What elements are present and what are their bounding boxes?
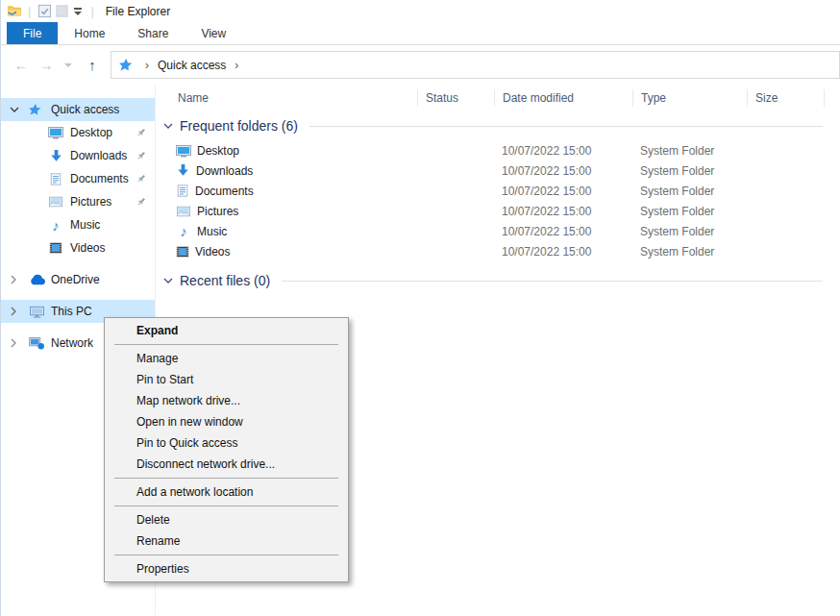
chevron-right-icon[interactable] xyxy=(10,275,22,284)
menu-item-pin-to-start[interactable]: Pin to Start xyxy=(105,369,348,390)
menu-item-delete[interactable]: Delete xyxy=(105,509,348,530)
menu-separator xyxy=(114,554,338,555)
window-title: File Explorer xyxy=(106,5,170,18)
column-header-status[interactable]: Status xyxy=(417,89,494,107)
sidebar-item-music[interactable]: ♪ Music xyxy=(1,213,155,236)
file-row-music[interactable]: ♪ Music 10/07/2022 15:00 System Folder xyxy=(156,221,840,241)
customize-quick-access-toolbar-icon[interactable] xyxy=(70,8,86,15)
address-box[interactable]: › Quick access › xyxy=(111,51,840,79)
menu-item-add-a-network-location[interactable]: Add a network location xyxy=(105,481,348,503)
sidebar-item-label: Quick access xyxy=(51,103,119,116)
sidebar-item-label: Videos xyxy=(70,241,105,255)
group-header-recent-files[interactable]: Recent files (0) xyxy=(156,270,840,291)
group-label: Recent files (0) xyxy=(180,273,270,288)
file-type: System Folder xyxy=(632,164,747,178)
quick-access-star-icon xyxy=(118,58,136,72)
file-type: System Folder xyxy=(632,225,747,238)
pin-icon xyxy=(136,196,147,210)
file-name: Documents xyxy=(195,185,254,198)
tab-view[interactable]: View xyxy=(185,22,242,44)
this-pc-context-menu: Expand Manage Pin to Start Map network d… xyxy=(104,317,349,582)
tab-home[interactable]: Home xyxy=(58,22,121,44)
music-icon: ♪ xyxy=(46,218,65,233)
videos-icon xyxy=(46,241,65,255)
menu-item-properties[interactable]: Properties xyxy=(105,558,348,579)
quick-access-star-icon xyxy=(27,103,46,116)
frequent-folders-list: Desktop 10/07/2022 15:00 System Folder D… xyxy=(156,140,840,261)
sidebar-item-pictures[interactable]: Pictures xyxy=(1,190,155,213)
file-date-modified: 10/07/2022 15:00 xyxy=(494,245,632,259)
menu-item-disconnect-network-drive[interactable]: Disconnect network drive... xyxy=(105,454,348,475)
menu-item-map-network-drive[interactable]: Map network drive... xyxy=(105,390,348,411)
column-header-name[interactable]: Name xyxy=(156,89,417,107)
sidebar-item-label: Downloads xyxy=(70,149,127,162)
menu-item-rename[interactable]: Rename xyxy=(105,530,348,552)
file-type: System Folder xyxy=(632,205,747,218)
breadcrumb-location[interactable]: Quick access xyxy=(158,59,226,72)
sidebar-item-downloads[interactable]: Downloads xyxy=(1,144,155,167)
sidebar-item-label: Desktop xyxy=(70,126,112,139)
tab-file[interactable]: File xyxy=(7,22,58,44)
file-row-pictures[interactable]: Pictures 10/07/2022 15:00 System Folder xyxy=(156,201,840,221)
menu-item-pin-to-quick-access[interactable]: Pin to Quick access xyxy=(105,432,348,454)
file-date-modified: 10/07/2022 15:00 xyxy=(494,225,632,238)
sidebar-item-onedrive[interactable]: OneDrive xyxy=(1,268,155,291)
menu-item-expand[interactable]: Expand xyxy=(105,320,348,341)
tab-share[interactable]: Share xyxy=(121,22,185,44)
file-type: System Folder xyxy=(632,185,747,198)
column-header-type[interactable]: Type xyxy=(632,89,747,107)
sidebar-item-desktop[interactable]: Desktop xyxy=(1,121,155,144)
sidebar-item-videos[interactable]: Videos xyxy=(1,236,155,259)
network-icon xyxy=(27,337,46,350)
chevron-down-icon[interactable] xyxy=(10,106,22,113)
file-name: Videos xyxy=(195,245,230,259)
breadcrumb-chevron-icon[interactable]: › xyxy=(235,59,238,72)
documents-icon xyxy=(176,184,189,198)
file-name: Music xyxy=(197,225,227,238)
sidebar-item-label: Music xyxy=(70,218,100,232)
menu-item-open-in-new-window[interactable]: Open in new window xyxy=(105,411,348,432)
forward-icon[interactable]: → xyxy=(34,57,59,73)
music-icon: ♪ xyxy=(176,224,191,238)
desktop-icon xyxy=(176,143,191,159)
file-row-videos[interactable]: Videos 10/07/2022 15:00 System Folder xyxy=(156,241,840,261)
file-name: Pictures xyxy=(197,205,238,218)
menu-separator xyxy=(114,478,338,479)
up-icon[interactable]: ↑ xyxy=(78,57,107,73)
file-date-modified: 10/07/2022 15:00 xyxy=(494,144,632,158)
documents-icon xyxy=(46,172,65,186)
breadcrumb-chevron-icon: › xyxy=(145,59,149,72)
quick-access-properties-icon[interactable] xyxy=(36,3,53,20)
sidebar-item-label: Network xyxy=(51,336,93,350)
column-headers: Name Status Date modified Type Size xyxy=(156,85,840,111)
file-row-desktop[interactable]: Desktop 10/07/2022 15:00 System Folder xyxy=(156,140,840,160)
sidebar-item-label: Pictures xyxy=(70,195,111,209)
group-divider xyxy=(282,281,823,282)
title-bar: | | File Explorer xyxy=(1,0,840,22)
chevron-right-icon[interactable] xyxy=(10,307,22,316)
back-icon[interactable]: ← xyxy=(9,57,34,73)
separator: | xyxy=(28,4,31,18)
sidebar-item-documents[interactable]: Documents xyxy=(1,167,155,190)
this-pc-icon xyxy=(27,305,46,319)
sidebar-item-quick-access[interactable]: Quick access xyxy=(1,98,155,121)
file-date-modified: 10/07/2022 15:00 xyxy=(494,185,632,198)
file-type: System Folder xyxy=(632,144,747,158)
column-header-size[interactable]: Size xyxy=(747,89,824,107)
menu-separator xyxy=(114,344,338,345)
recent-locations-chevron-icon[interactable] xyxy=(64,63,72,67)
column-header-extra xyxy=(824,89,840,107)
file-row-downloads[interactable]: Downloads 10/07/2022 15:00 System Folder xyxy=(156,160,840,181)
chevron-right-icon[interactable] xyxy=(10,338,22,348)
group-header-frequent-folders[interactable]: Frequent folders (6) xyxy=(156,115,840,136)
pictures-icon xyxy=(176,205,191,218)
column-header-date-modified[interactable]: Date modified xyxy=(494,89,632,107)
menu-item-manage[interactable]: Manage xyxy=(105,348,348,369)
desktop-icon xyxy=(46,125,65,140)
file-explorer-app-icon xyxy=(6,3,23,20)
chevron-down-icon[interactable] xyxy=(163,122,173,130)
quick-access-newfolder-icon[interactable] xyxy=(53,3,70,20)
file-row-documents[interactable]: Documents 10/07/2022 15:00 System Folder xyxy=(156,181,840,201)
downloads-icon xyxy=(46,149,65,163)
chevron-down-icon[interactable] xyxy=(163,277,173,284)
